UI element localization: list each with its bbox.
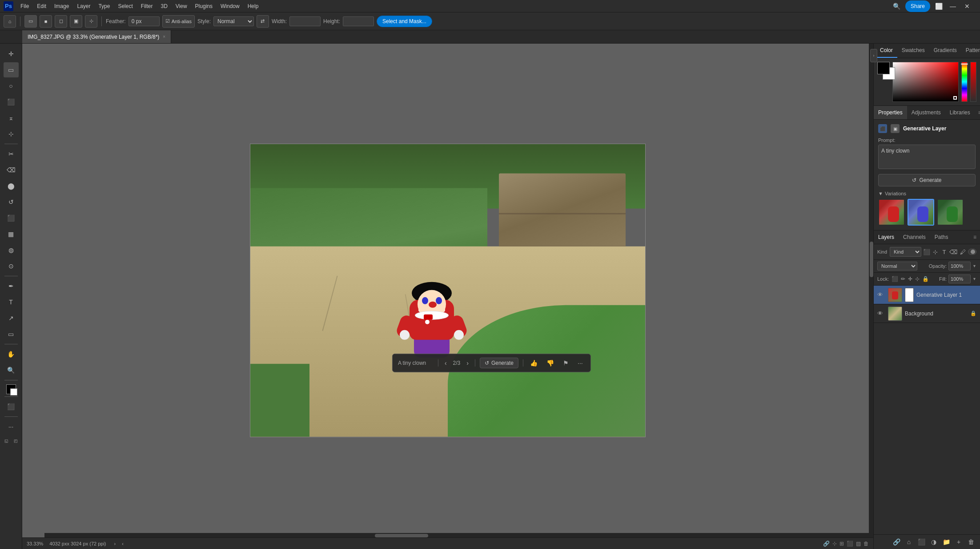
anti-alias-check[interactable]: ☑ Anti-alias (162, 15, 195, 28)
lock-artboard-btn[interactable]: ⊹ (915, 276, 920, 282)
canvas-arrange-icon[interactable]: ▨ (856, 541, 861, 547)
variation-3[interactable] (937, 199, 964, 226)
menu-file[interactable]: File (17, 2, 32, 11)
lock-pixels-btn[interactable]: ✏ (901, 276, 905, 282)
menu-3d[interactable]: 3D (157, 2, 171, 11)
history-brush[interactable]: ↺ (4, 194, 19, 210)
marquee-tool-btn[interactable]: ▭ (24, 15, 37, 28)
eraser-tool[interactable]: ⬛ (4, 210, 19, 226)
lock-transparent-btn[interactable]: ⬛ (892, 276, 898, 282)
floating-flag[interactable]: ⚑ (561, 359, 571, 367)
layer-vis-gen[interactable]: 👁 (877, 291, 885, 298)
canvas-nav-toggle[interactable]: ‹ (122, 541, 124, 546)
dodge-tool[interactable]: ⊙ (4, 258, 19, 274)
height-input[interactable] (343, 16, 374, 26)
layers-adjustment-btn[interactable]: ◑ (928, 537, 939, 547)
layers-filter-icon-4[interactable]: ⌫ (949, 247, 957, 257)
layer-generative-1[interactable]: 👁 Generative Layer 1 (874, 286, 980, 304)
tool-option-1[interactable]: ■ (40, 15, 52, 28)
layers-filter-icon-5[interactable]: 🖊 (959, 247, 966, 257)
tab-gradients[interactable]: Gradients (929, 44, 961, 58)
fill-input[interactable] (948, 274, 971, 283)
layers-mask-btn[interactable]: ⬛ (916, 537, 927, 547)
tool-option-2[interactable]: ◻ (55, 15, 67, 28)
quick-mask-btn[interactable]: ⬛ (4, 399, 19, 414)
lock-all-btn[interactable]: 🔒 (922, 276, 929, 282)
document-tab[interactable]: IMG_8327.JPG @ 33.3% (Generative Layer 1… (22, 30, 171, 43)
more-tools-btn[interactable]: ··· (4, 419, 19, 434)
tab-color[interactable]: Color (876, 44, 897, 58)
move-tool[interactable]: ✛ (4, 46, 19, 61)
menu-help[interactable]: Help (244, 2, 262, 11)
layers-delete-btn[interactable]: 🗑 (966, 537, 976, 547)
variations-label[interactable]: ▼ Variations (878, 191, 976, 196)
v-scrollbar[interactable] (869, 44, 873, 537)
menu-select[interactable]: Select (114, 2, 136, 11)
floating-prompt-input[interactable] (398, 360, 434, 366)
path-select-tool[interactable]: ↗ (4, 311, 19, 326)
floating-prev-btn[interactable]: ‹ (443, 359, 449, 367)
shape-tool[interactable]: ▭ (4, 327, 19, 342)
background-color[interactable] (10, 388, 17, 396)
prompt-textarea[interactable]: A tiny clown (878, 145, 976, 169)
tab-properties[interactable]: Properties (874, 106, 907, 119)
fill-dropdown-icon[interactable]: ▼ (972, 277, 976, 281)
generate-btn[interactable]: ↺ Generate (878, 174, 976, 186)
blend-mode-select[interactable]: Normal Dissolve Multiply Screen Overlay (877, 262, 917, 270)
menu-edit[interactable]: Edit (33, 2, 50, 11)
tab-channels[interactable]: Channels (899, 230, 930, 244)
close-btn[interactable]: ✕ (961, 0, 973, 12)
properties-collapse[interactable]: ≡ (975, 106, 980, 119)
select-mask-btn[interactable]: Select and Mask... (377, 16, 432, 27)
menu-plugins[interactable]: Plugins (192, 2, 216, 11)
search-btn[interactable]: 🔍 (891, 0, 903, 12)
tab-paths[interactable]: Paths (930, 230, 953, 244)
pen-tool[interactable]: ✒ (4, 279, 19, 294)
screen-mode-2[interactable]: ◰ (12, 437, 20, 445)
floating-more[interactable]: ··· (575, 359, 585, 367)
layers-group-btn[interactable]: 📁 (941, 537, 952, 547)
share-btn[interactable]: Share (905, 0, 930, 12)
floating-generate-btn[interactable]: ↺ Generate (480, 358, 518, 368)
tab-close-btn[interactable]: × (163, 34, 165, 39)
canvas-trash-icon[interactable]: 🗑 (864, 541, 869, 547)
foreground-color[interactable] (6, 384, 16, 394)
tab-adjustments[interactable]: Adjustments (907, 106, 945, 119)
menu-type[interactable]: Type (95, 2, 113, 11)
canvas-area[interactable]: ‹ 2/3 › ↺ Generate 👍 👎 ⚑ ··· (22, 44, 873, 549)
width-input[interactable] (289, 16, 321, 26)
layers-filter-select[interactable]: Kind Name Effect Mode Attribute Color (890, 247, 921, 257)
floating-thumbs-up[interactable]: 👍 (528, 359, 540, 367)
color-gradient-box[interactable] (892, 62, 959, 102)
foreground-color-swatch[interactable] (877, 62, 890, 74)
floating-thumbs-down[interactable]: 👎 (544, 359, 556, 367)
tool-option-4[interactable]: ⊹ (85, 15, 97, 28)
layers-filter-icon-1[interactable]: ⬛ (923, 247, 930, 257)
variation-2[interactable] (908, 199, 934, 226)
tab-layers[interactable]: Layers (874, 230, 899, 244)
tab-libraries[interactable]: Libraries (945, 106, 975, 119)
layers-filter-toggle[interactable] (968, 249, 976, 255)
h-scrollbar[interactable] (44, 533, 869, 537)
layers-collapse[interactable]: ≡ (970, 230, 980, 244)
layers-filter-icon-2[interactable]: ⊹ (932, 247, 939, 257)
variation-1[interactable] (878, 199, 905, 226)
screen-mode-1[interactable]: ◱ (2, 437, 10, 445)
menu-view[interactable]: View (172, 2, 191, 11)
canvas-nav-arrow[interactable]: › (114, 541, 116, 546)
menu-filter[interactable]: Filter (137, 2, 157, 11)
layers-filter-icon-3[interactable]: T (941, 247, 948, 257)
stamp-tool[interactable]: ⬤ (4, 178, 19, 194)
blur-tool[interactable]: ◍ (4, 242, 19, 258)
canvas-options-icon[interactable]: ⊹ (832, 541, 837, 547)
minimize-btn[interactable]: — (947, 0, 959, 12)
lock-position-btn[interactable]: ✛ (908, 276, 912, 282)
zoom-tool[interactable]: 🔍 (4, 363, 19, 378)
object-select-tool[interactable]: ⬛ (4, 94, 19, 109)
marquee-tool[interactable]: ▭ (4, 62, 19, 77)
floating-next-btn[interactable]: › (465, 359, 470, 367)
canvas-grid-icon[interactable]: ⊞ (839, 541, 844, 547)
layers-link-btn[interactable]: 🔗 (891, 537, 902, 547)
crop-tool[interactable]: ⌅ (4, 110, 19, 125)
color-alpha-bar[interactable] (970, 62, 976, 102)
